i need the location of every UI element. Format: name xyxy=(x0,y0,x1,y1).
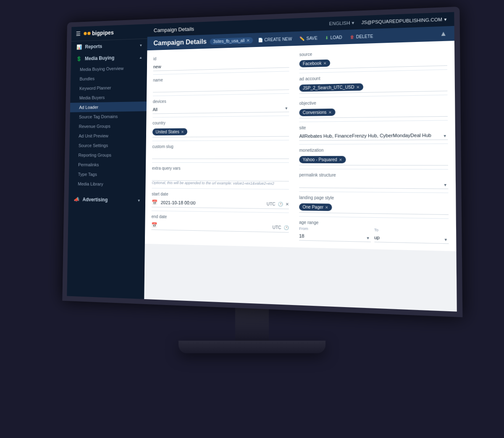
site-select[interactable]: AllRebates Hub, FinanceFrenzy Hub, Cyber… xyxy=(299,131,448,141)
username-label: JS@PSQUAREDPUBLISHING.COM xyxy=(361,17,442,25)
sidebar-item-source-tag-domains[interactable]: Source Tag Domains xyxy=(70,111,146,122)
logo-circle-2 xyxy=(87,32,90,35)
divider-1 xyxy=(153,71,289,75)
sidebar-item-media-library[interactable]: Media Library xyxy=(69,179,146,189)
hamburger-icon[interactable]: ☰ xyxy=(76,31,81,37)
id-field-group: id xyxy=(153,52,289,71)
media-buying-chevron: ▴ xyxy=(140,55,142,60)
sidebar-item-source-settings[interactable]: Source Settings xyxy=(69,141,146,151)
app-container: ☰ bigpipes 📊 Reports ▾ xyxy=(67,12,457,312)
country-chip-close[interactable]: ✕ xyxy=(181,130,184,134)
right-divider-2 xyxy=(299,95,448,98)
delete-label: DELETE xyxy=(356,34,373,39)
logo-circle-1 xyxy=(84,32,87,35)
sidebar: ☰ bigpipes 📊 Reports ▾ xyxy=(67,24,147,299)
sidebar-item-ad-loader[interactable]: Ad Loader xyxy=(70,102,147,112)
end-date-label: End date xyxy=(152,214,289,221)
monitor-stand-base xyxy=(178,341,326,353)
source-chips: Facebook ✕ xyxy=(299,55,447,70)
load-button[interactable]: ⬇ LOAD xyxy=(323,34,344,41)
campaign-form-title: Campaign Details xyxy=(153,38,207,47)
toolbar: 📄 CREATE NEW ✏️ SAVE ⬇ LOAD xyxy=(256,33,375,43)
tag-close-icon[interactable]: ✕ xyxy=(246,38,249,42)
source-chip: Facebook ✕ xyxy=(299,60,330,68)
age-from-select[interactable]: 18 xyxy=(299,232,370,242)
end-date-utc-label: UTC xyxy=(273,225,281,230)
campaign-tag-badge: 3sites_fb_usa_all ✕ xyxy=(210,37,253,44)
reports-label: Reports xyxy=(85,44,102,50)
devices-select-wrapper: All xyxy=(153,103,289,114)
start-date-calendar-icon[interactable]: 📅 xyxy=(152,200,158,206)
name-input[interactable] xyxy=(153,81,289,92)
top-bar-right: ENGLISH ▾ JS@PSQUAREDPUBLISHING.COM ▾ xyxy=(329,16,447,26)
sidebar-item-media-buyers[interactable]: Media Buyers xyxy=(70,92,147,103)
end-date-clock-icon[interactable]: 🕐 xyxy=(284,225,289,229)
sidebar-item-revenue-groups[interactable]: Revenue Groups xyxy=(70,121,146,131)
media-buying-icon: 💲 xyxy=(76,56,82,62)
ad-account-chips: JSP_2_Search_UTC_USD ✕ xyxy=(299,80,448,94)
start-date-clear-icon[interactable]: ✕ xyxy=(286,202,289,206)
age-range-field-group: Age range From 18 xyxy=(299,220,449,244)
page-title: Campaign Details xyxy=(154,26,194,33)
monitor-stand-neck xyxy=(235,307,269,341)
devices-label: Devices xyxy=(153,97,289,104)
devices-select[interactable]: All xyxy=(153,103,289,114)
sidebar-sub-items: Media Buying Overview Bundles Keyword Pl… xyxy=(69,63,147,189)
end-date-calendar-icon[interactable]: 📅 xyxy=(151,222,157,228)
collapse-button[interactable]: ▲ xyxy=(440,30,447,38)
source-chip-close[interactable]: ✕ xyxy=(323,61,327,65)
monetization-chip-close[interactable]: ✕ xyxy=(339,157,342,162)
divider-3 xyxy=(152,115,289,117)
save-icon: ✏️ xyxy=(299,36,304,41)
sidebar-item-advertising[interactable]: 📣 Advertising ▾ xyxy=(68,193,145,206)
divider-6 xyxy=(152,188,289,190)
age-to-select[interactable]: up xyxy=(374,233,449,244)
create-new-button[interactable]: 📄 CREATE NEW xyxy=(256,36,294,43)
end-date-suffix: UTC 🕐 xyxy=(273,225,289,230)
start-date-row: 📅 2021-10-18 00:00 UTC 🕐 ✕ xyxy=(152,198,289,209)
user-chevron: ▾ xyxy=(444,16,447,22)
save-button[interactable]: ✏️ SAVE xyxy=(298,35,319,42)
load-icon: ⬇ xyxy=(325,35,328,40)
ad-account-chip-close[interactable]: ✕ xyxy=(356,85,360,89)
custom-slug-label: Custom slug xyxy=(152,144,289,149)
ad-account-field-group: Ad account JSP_2_Search_UTC_USD ✕ xyxy=(299,73,448,94)
extra-query-vars-label: Extra query vars xyxy=(152,166,289,171)
age-to-field: To up xyxy=(374,228,449,244)
custom-slug-input[interactable] xyxy=(152,150,289,159)
permalink-structure-select[interactable] xyxy=(299,179,448,189)
objective-chip-label: Conversions xyxy=(303,110,327,115)
start-date-utc-label: UTC xyxy=(267,201,276,206)
start-date-clock-icon[interactable]: 🕐 xyxy=(278,201,283,206)
landing-page-style-field-group: Landing page style One Pager ✕ xyxy=(299,195,449,215)
age-range-row: From 18 To xyxy=(299,227,449,244)
landing-page-style-chip-label: One Pager xyxy=(302,205,323,210)
country-chips: United States ✕ xyxy=(152,125,289,137)
objective-chip-close[interactable]: ✕ xyxy=(328,110,332,114)
objective-chip: Conversions ✕ xyxy=(299,109,336,116)
delete-button[interactable]: 🗑 DELETE xyxy=(348,33,375,40)
id-input[interactable] xyxy=(153,59,289,71)
end-date-value xyxy=(160,225,269,227)
language-chevron: ▾ xyxy=(352,20,354,26)
extra-query-vars-input[interactable] xyxy=(152,172,289,181)
age-from-select-wrapper: 18 xyxy=(299,232,370,242)
right-divider-1 xyxy=(299,69,447,73)
sidebar-item-ad-unit-preview[interactable]: Ad Unit Preview xyxy=(70,130,146,141)
divider-4 xyxy=(152,140,289,141)
sidebar-item-permalinks[interactable]: Permalinks xyxy=(69,160,146,169)
sidebar-item-type-tags[interactable]: Type Tags xyxy=(69,169,146,180)
load-label: LOAD xyxy=(330,35,342,40)
sidebar-item-reporting-groups[interactable]: Reporting Groups xyxy=(69,150,146,160)
user-menu[interactable]: JS@PSQUAREDPUBLISHING.COM ▾ xyxy=(361,16,447,25)
age-to-label: To xyxy=(374,228,449,234)
landing-page-style-chip-close[interactable]: ✕ xyxy=(325,205,328,209)
logo-text: bigpipes xyxy=(92,29,114,36)
language-selector[interactable]: ENGLISH ▾ xyxy=(329,20,354,26)
save-label: SAVE xyxy=(306,36,317,41)
language-label: ENGLISH xyxy=(329,20,350,26)
right-divider-7 xyxy=(299,216,449,219)
site-label: Site xyxy=(299,124,448,130)
advertising-chevron: ▾ xyxy=(138,198,140,203)
site-field-group: Site AllRebates Hub, FinanceFrenzy Hub, … xyxy=(299,124,448,141)
